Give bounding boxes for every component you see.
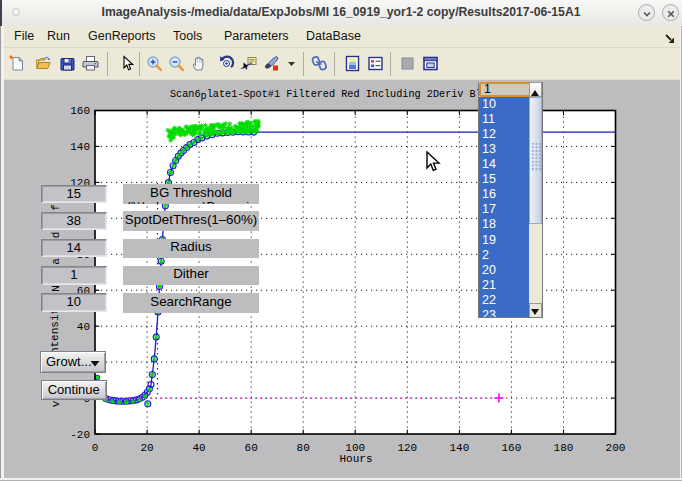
svg-text:20: 20: [140, 442, 153, 454]
svg-text:0: 0: [92, 442, 99, 454]
svg-text:Hours: Hours: [339, 453, 372, 465]
svg-text:Scan6plate1-Spot#1 Filtered Re: Scan6plate1-Spot#1 Filtered Red Includin…: [170, 89, 500, 103]
svg-text:-20: -20: [70, 429, 90, 441]
svg-text:180: 180: [554, 442, 574, 454]
svg-text:160: 160: [501, 442, 521, 454]
svg-text:N: N: [50, 285, 62, 292]
svg-text:200: 200: [606, 442, 626, 454]
svg-text:40: 40: [77, 321, 90, 333]
svg-text:a: a: [50, 258, 62, 265]
svg-text:140: 140: [449, 442, 469, 454]
svg-text:40: 40: [192, 442, 205, 454]
svg-text:160: 160: [70, 105, 90, 117]
svg-text:120: 120: [397, 442, 417, 454]
svg-text:80: 80: [297, 442, 310, 454]
svg-text:d: d: [50, 232, 62, 239]
svg-text:140: 140: [70, 141, 90, 153]
svg-text:f: f: [50, 204, 62, 211]
svg-text:60: 60: [245, 442, 258, 454]
svg-text:v: v: [50, 400, 62, 407]
